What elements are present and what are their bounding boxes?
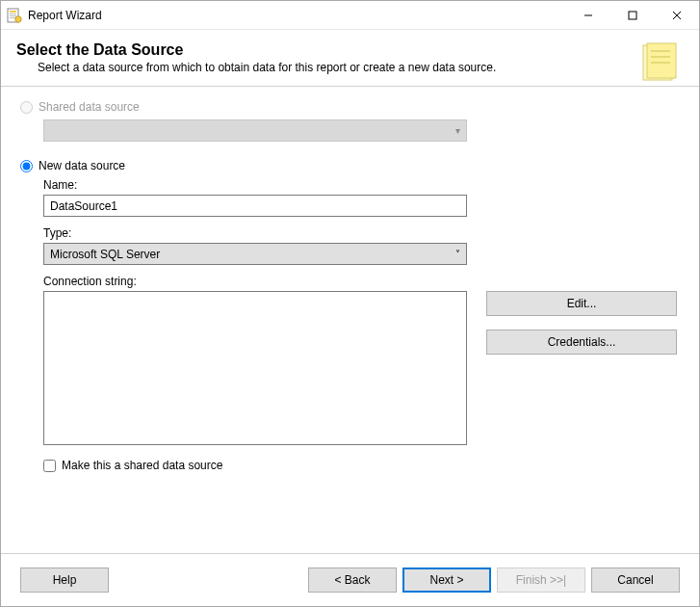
svg-rect-3 — [10, 15, 16, 16]
type-select-value: Microsoft SQL Server — [50, 248, 160, 261]
close-button[interactable] — [655, 1, 699, 29]
name-field-block: Name: — [43, 178, 680, 217]
svg-point-5 — [15, 15, 21, 21]
help-button[interactable]: Help — [20, 567, 109, 593]
header-text: Select the Data Source Select a data sou… — [16, 40, 628, 84]
report-icon — [637, 40, 684, 86]
shared-radio-input — [20, 101, 33, 114]
shared-radio-label: Shared data source — [39, 100, 140, 114]
wizard-header: Select the Data Source Select a data sou… — [1, 30, 699, 86]
header-divider — [1, 86, 699, 87]
credentials-button[interactable]: Credentials... — [486, 330, 677, 355]
svg-rect-2 — [10, 13, 16, 14]
new-data-source-radio[interactable]: New data source — [20, 159, 680, 172]
wizard-body: Shared data source ▾ New data source Nam… — [1, 100, 699, 553]
make-shared-checkbox[interactable]: Make this a shared data source — [43, 459, 680, 472]
page-title: Select the Data Source — [16, 41, 628, 59]
wizard-window: Report Wizard Select the Data Source Sel… — [0, 0, 700, 607]
svg-rect-11 — [647, 43, 676, 78]
name-input[interactable] — [43, 195, 467, 217]
chevron-down-icon: ▾ — [455, 125, 460, 136]
svg-rect-7 — [629, 12, 636, 19]
type-label: Type: — [43, 226, 680, 240]
chevron-down-icon: ˅ — [455, 249, 460, 259]
window-title: Report Wizard — [28, 9, 566, 22]
cancel-button[interactable]: Cancel — [591, 567, 680, 593]
maximize-button[interactable] — [610, 1, 655, 29]
connection-field-block: Connection string: Edit... Credentials..… — [43, 275, 680, 445]
next-button[interactable]: Next > — [402, 567, 491, 593]
make-shared-checkbox-input[interactable] — [43, 460, 56, 472]
svg-rect-1 — [10, 11, 16, 13]
window-controls — [566, 1, 699, 29]
connection-side-buttons: Edit... Credentials... — [486, 291, 677, 355]
minimize-button[interactable] — [566, 1, 610, 29]
make-shared-label: Make this a shared data source — [62, 459, 222, 472]
finish-button: Finish >>| — [497, 567, 585, 593]
new-radio-label: New data source — [39, 159, 125, 172]
connection-string-input[interactable] — [43, 291, 467, 445]
name-label: Name: — [43, 178, 680, 192]
back-button[interactable]: < Back — [308, 567, 397, 593]
page-subtitle: Select a data source from which to obtai… — [38, 61, 628, 74]
type-field-block: Type: Microsoft SQL Server ˅ — [43, 226, 680, 265]
wizard-footer: Help < Back Next > Finish >>| Cancel — [1, 553, 699, 606]
shared-data-source-radio: Shared data source — [20, 100, 680, 114]
titlebar: Report Wizard — [1, 1, 699, 30]
connection-label: Connection string: — [43, 275, 680, 288]
edit-button[interactable]: Edit... — [486, 291, 677, 316]
app-icon — [7, 8, 22, 23]
new-radio-input[interactable] — [20, 160, 33, 172]
type-select[interactable]: Microsoft SQL Server ˅ — [43, 243, 467, 265]
shared-data-source-combo: ▾ — [43, 119, 467, 142]
